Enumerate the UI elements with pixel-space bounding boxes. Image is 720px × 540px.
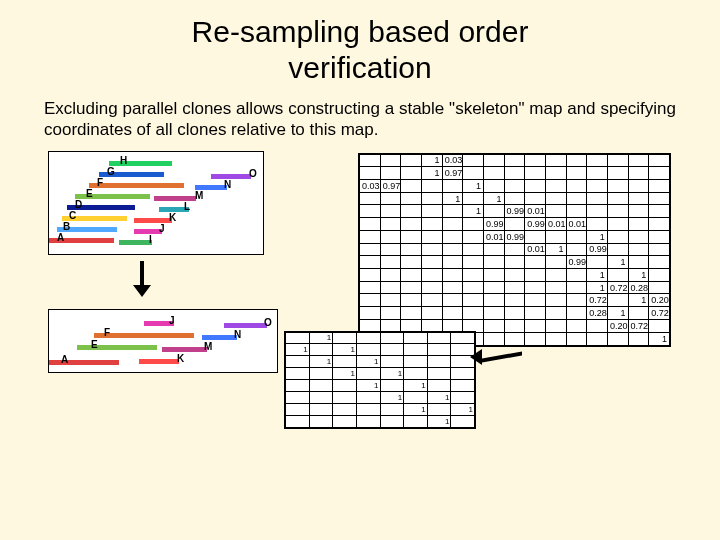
matrix-cell: 1: [607, 256, 628, 269]
clone-bar: [109, 161, 172, 166]
matrix-cell: [649, 319, 670, 332]
matrix-cell: [421, 307, 442, 320]
matrix-cell: [404, 368, 428, 380]
matrix-cell: [360, 192, 381, 205]
matrix-cell: [427, 344, 451, 356]
matrix-cell: [545, 332, 566, 345]
title-line-1: Re-sampling based order: [192, 15, 529, 48]
matrix-cell: [545, 154, 566, 167]
matrix-cell: [649, 179, 670, 192]
matrix-cell: [356, 415, 380, 427]
matrix-cell: 1: [309, 356, 333, 368]
matrix-cell: [463, 294, 484, 307]
matrix-cell: 0.20: [649, 294, 670, 307]
matrix-cell: [442, 268, 463, 281]
matrix-cell: [360, 256, 381, 269]
matrix-cell: [628, 230, 649, 243]
matrix-cell: [649, 154, 670, 167]
title-line-2: verification: [288, 51, 431, 84]
matrix-cell: [649, 281, 670, 294]
matrix-cell: [587, 167, 608, 180]
matrix-cell: [483, 294, 504, 307]
matrix-cell: [607, 192, 628, 205]
matrix-cell: 1: [333, 368, 357, 380]
matrix-cell: [504, 154, 525, 167]
matrix-cell: 1: [587, 230, 608, 243]
matrix-cell: [421, 179, 442, 192]
matrix-cell: [380, 344, 404, 356]
matrix-cell: [360, 167, 381, 180]
matrix-cell: [504, 319, 525, 332]
matrix-cell: [504, 307, 525, 320]
matrix-cell: [628, 205, 649, 218]
matrix-cell: 1: [309, 332, 333, 344]
matrix-cell: [360, 230, 381, 243]
clone-label: E: [86, 188, 93, 199]
matrix-cell: [442, 256, 463, 269]
matrix-cell: [421, 243, 442, 256]
matrix-cell: [649, 256, 670, 269]
matrix-cell: [463, 154, 484, 167]
matrix-cell: [442, 179, 463, 192]
matrix-cell: [566, 243, 587, 256]
matrix-cell: [545, 230, 566, 243]
matrix-cell: [566, 294, 587, 307]
matrix-cell: [504, 294, 525, 307]
matrix-cell: 0.20: [607, 319, 628, 332]
matrix-cell: [545, 256, 566, 269]
matrix-cell: [442, 218, 463, 231]
matrix-cell: [525, 256, 546, 269]
matrix-cell: [504, 332, 525, 345]
matrix-cell: [463, 230, 484, 243]
matrix-cell: [649, 167, 670, 180]
matrix-cell: [442, 205, 463, 218]
body-paragraph: Excluding parallel clones allows constru…: [44, 98, 676, 141]
matrix-cell: [504, 218, 525, 231]
matrix-cell: [628, 332, 649, 345]
matrix-cell: [333, 356, 357, 368]
matrix-cell: [566, 230, 587, 243]
matrix-cell: 0.03: [442, 154, 463, 167]
matrix-cell: [525, 230, 546, 243]
matrix-cell: [380, 192, 401, 205]
clone-label: A: [57, 232, 64, 243]
matrix-cell: 1: [607, 307, 628, 320]
matrix-cell: [442, 281, 463, 294]
clone-label: M: [195, 190, 203, 201]
matrix-cell: [483, 332, 504, 345]
matrix-cell: [404, 415, 428, 427]
matrix-cell: [545, 268, 566, 281]
matrix-cell: [427, 356, 451, 368]
clone-label: F: [97, 177, 103, 188]
matrix-cell: [463, 307, 484, 320]
matrix-cell: [360, 218, 381, 231]
matrix-cell: 0.97: [380, 179, 401, 192]
matrix-cell: 0.03: [360, 179, 381, 192]
matrix-cell: [525, 307, 546, 320]
matrix-cell: [525, 319, 546, 332]
clone-bar: [134, 229, 162, 234]
matrix-cell: [451, 380, 475, 392]
matrix-cell: [380, 205, 401, 218]
matrix-cell: [401, 218, 422, 231]
matrix-cell: [463, 167, 484, 180]
matrix-cell: 1: [628, 294, 649, 307]
matrix-cell: [380, 380, 404, 392]
matrix-cell: [309, 391, 333, 403]
matrix-cell: [421, 218, 442, 231]
matrix-cell: 1: [380, 391, 404, 403]
matrix-cell: [451, 391, 475, 403]
matrix-cell: [649, 218, 670, 231]
matrix-cell: [566, 307, 587, 320]
matrix-cell: 1: [649, 332, 670, 345]
matrix-cell: [483, 307, 504, 320]
matrix-cell: 0.99: [566, 256, 587, 269]
matrix-cell: 0.97: [442, 167, 463, 180]
matrix-cell: [356, 368, 380, 380]
clone-bar: [202, 335, 237, 340]
clone-label: O: [249, 168, 257, 179]
matrix-cell: [587, 256, 608, 269]
matrix-cell: 1: [333, 344, 357, 356]
matrix-cell: [545, 179, 566, 192]
clone-bar: [139, 359, 179, 364]
